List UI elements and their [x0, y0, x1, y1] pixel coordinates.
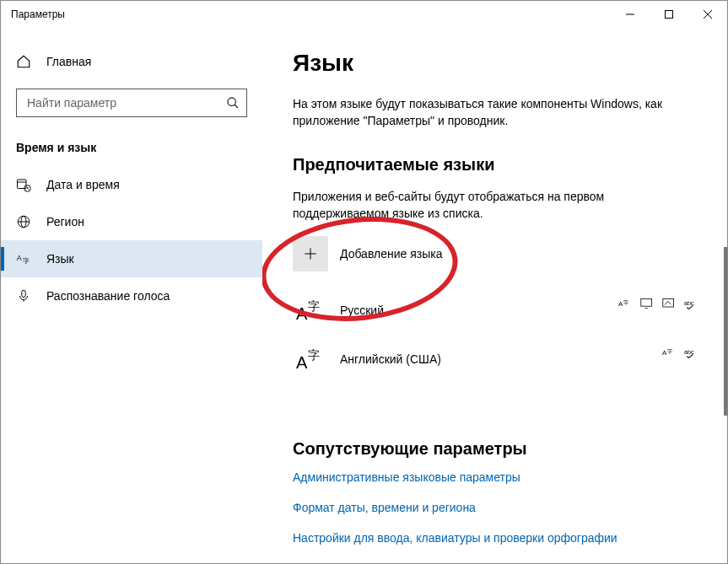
microphone-icon: [16, 288, 31, 303]
language-glyph-icon: A字: [293, 341, 328, 377]
svg-text:A: A: [662, 349, 667, 357]
sidebar-item-label: Дата и время: [46, 178, 120, 191]
language-features: A字 abc: [662, 346, 698, 358]
sidebar-item-label: Распознавание голоса: [46, 289, 170, 303]
svg-text:字: 字: [308, 299, 320, 313]
svg-point-4: [228, 98, 235, 105]
svg-rect-26: [663, 299, 674, 308]
search-input-wrapper[interactable]: [16, 89, 247, 117]
display-language-icon: [640, 298, 654, 309]
sidebar-section-title: Время и язык: [1, 141, 262, 154]
link-date-format[interactable]: Формат даты, времени и региона: [293, 501, 698, 514]
svg-rect-1: [666, 11, 673, 19]
svg-text:A: A: [296, 304, 308, 323]
svg-text:字: 字: [623, 299, 628, 305]
svg-rect-24: [641, 299, 652, 307]
svg-text:字: 字: [667, 348, 672, 354]
page-title: Язык: [293, 50, 698, 77]
settings-window: Параметры Главная: [0, 0, 728, 564]
language-item-russian[interactable]: A字 Русский A字 abc: [293, 286, 698, 335]
home-nav[interactable]: Главная: [1, 45, 262, 78]
scrollbar[interactable]: [724, 28, 727, 563]
sidebar-item-date-time[interactable]: Дата и время: [1, 166, 262, 203]
preferred-languages-description: Приложения и веб-сайты будут отображатьс…: [293, 188, 698, 223]
language-name: Английский (США): [340, 352, 441, 366]
plus-icon: [293, 236, 328, 271]
home-label: Главная: [46, 55, 91, 68]
search-input[interactable]: [25, 95, 226, 110]
svg-text:A: A: [17, 254, 22, 262]
window-body: Главная Время и язык Дата и время Ре: [1, 28, 727, 563]
window-title: Параметры: [11, 8, 611, 20]
home-icon: [16, 54, 31, 69]
text-to-speech-icon: A字: [618, 298, 632, 309]
handwriting-icon: [662, 298, 676, 309]
svg-rect-16: [22, 290, 26, 297]
spellcheck-icon: abc: [684, 298, 698, 309]
link-input-settings[interactable]: Настройки для ввода, клавиатуры и провер…: [293, 531, 698, 545]
svg-line-10: [28, 189, 30, 190]
language-icon: A字: [16, 251, 31, 266]
content-area: Язык На этом языке будут показываться та…: [262, 28, 727, 563]
sidebar-item-label: Регион: [46, 215, 84, 228]
add-language-label: Добавление языка: [340, 247, 443, 261]
language-glyph-icon: A字: [293, 293, 328, 328]
sidebar: Главная Время и язык Дата и время Ре: [1, 28, 262, 563]
svg-text:字: 字: [308, 348, 320, 362]
window-buttons: [611, 1, 727, 28]
minimize-button[interactable]: [611, 1, 650, 28]
related-settings: Сопутствующие параметры Административные…: [293, 439, 698, 545]
scrollbar-thumb[interactable]: [724, 247, 727, 416]
preferred-languages-heading: Предпочитаемые языки: [293, 155, 698, 175]
sidebar-item-region[interactable]: Регион: [1, 203, 262, 240]
search-icon: [226, 96, 240, 110]
language-name: Русский: [340, 303, 384, 317]
sidebar-item-label: Язык: [46, 252, 74, 266]
globe-icon: [16, 214, 31, 229]
svg-text:字: 字: [23, 257, 30, 265]
sidebar-item-speech[interactable]: Распознавание голоса: [1, 277, 262, 314]
maximize-button[interactable]: [650, 1, 688, 28]
svg-text:A: A: [296, 353, 308, 372]
svg-text:A: A: [618, 300, 623, 308]
page-description: На этом языке будут показываться такие к…: [293, 95, 698, 130]
sidebar-item-language[interactable]: A字 Язык: [1, 240, 262, 277]
add-language-button[interactable]: Добавление языка: [293, 232, 698, 276]
language-item-english-us[interactable]: A字 Английский (США) A字 abc: [293, 335, 698, 384]
svg-line-5: [235, 105, 238, 108]
link-admin-language[interactable]: Административные языковые параметры: [293, 470, 698, 484]
language-features: A字 abc: [618, 298, 698, 309]
calendar-clock-icon: [16, 177, 31, 192]
related-settings-heading: Сопутствующие параметры: [293, 439, 698, 459]
close-button[interactable]: [688, 1, 727, 28]
spellcheck-icon: abc: [684, 346, 698, 358]
text-to-speech-icon: A字: [662, 346, 676, 358]
titlebar: Параметры: [1, 1, 727, 28]
